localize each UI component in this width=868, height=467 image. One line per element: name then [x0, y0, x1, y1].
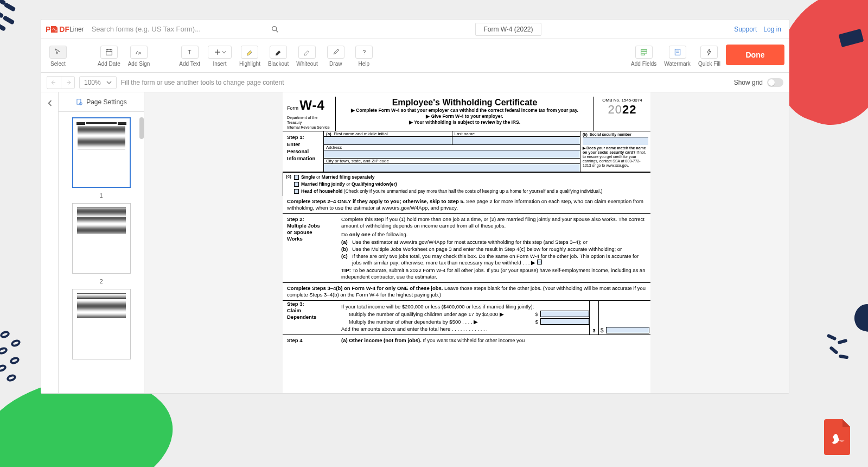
last-name-field[interactable] — [452, 136, 580, 144]
logo: PDFLiner — [46, 25, 87, 34]
bg-deco-navy-r — [852, 302, 868, 333]
chevron-left-icon — [47, 100, 53, 106]
zoom-value: 100% — [84, 79, 101, 86]
first-name-field[interactable] — [324, 136, 452, 144]
thumb-2[interactable] — [72, 203, 131, 274]
zoom-select[interactable]: 100% — [79, 76, 117, 89]
svg-rect-10 — [641, 49, 647, 51]
main-area: Page Settings 1 2 — [41, 92, 789, 393]
svg-rect-16 — [77, 99, 81, 104]
header: PDFLiner Form W-4 (2022) Support Log in — [41, 20, 789, 39]
brush-icon — [331, 48, 340, 56]
plus-icon — [213, 48, 222, 56]
city-field[interactable] — [324, 163, 580, 172]
thumbnails: 1 2 — [59, 112, 144, 393]
doc-title: Form W-4 (2022) — [475, 23, 541, 36]
svg-rect-13 — [675, 49, 680, 55]
pdf-icon — [822, 418, 854, 456]
switch-icon — [767, 78, 783, 87]
add-text-tool[interactable]: TAdd Text — [177, 43, 202, 69]
fields-icon — [640, 48, 648, 56]
svg-line-1 — [276, 30, 278, 32]
secondary-bar: 100% Fill the form or use another tools … — [41, 73, 789, 92]
support-link[interactable]: Support — [734, 26, 757, 33]
thumb-1[interactable] — [72, 117, 131, 188]
add-sign-tool[interactable]: Add Sign — [126, 43, 152, 69]
search-button[interactable] — [267, 25, 283, 34]
svg-rect-2 — [106, 49, 112, 55]
address-field[interactable] — [324, 150, 580, 158]
add-date-tool[interactable]: Add Date — [95, 43, 123, 69]
cursor-icon — [54, 48, 62, 56]
ssn-field[interactable] — [583, 137, 648, 145]
thumb-num-1: 1 — [99, 192, 103, 199]
redo-icon — [63, 78, 72, 87]
checkbox-hoh[interactable] — [294, 189, 299, 194]
page-settings[interactable]: Page Settings — [59, 92, 144, 112]
highlight-icon — [245, 48, 254, 56]
redo-button[interactable] — [61, 76, 75, 89]
toolbar: Select Add Date Add Sign TAdd Text Inser… — [41, 39, 789, 73]
chevron-down-icon — [106, 80, 112, 85]
chevron-down-icon — [222, 50, 226, 54]
page-settings-icon — [75, 98, 83, 106]
watermark-icon — [673, 48, 682, 56]
checkbox-married[interactable] — [294, 182, 299, 187]
svg-text:?: ? — [362, 49, 366, 55]
bg-deco-ovals-bl — [0, 331, 43, 391]
calendar-icon — [105, 48, 113, 56]
svg-rect-11 — [641, 52, 647, 53]
help-tool[interactable]: ?Help — [352, 43, 376, 69]
thumb-num-2: 2 — [99, 278, 103, 285]
login-link[interactable]: Log in — [763, 26, 781, 33]
total-dependents-field[interactable] — [606, 327, 649, 333]
app-window: PDFLiner Form W-4 (2022) Support Log in … — [41, 19, 789, 394]
undo-button[interactable] — [47, 76, 61, 89]
svg-point-0 — [272, 26, 276, 30]
add-fields-tool[interactable]: Add Fields — [629, 43, 659, 69]
whiteout-tool[interactable]: Whiteout — [294, 43, 320, 69]
select-tool[interactable]: Select — [46, 43, 71, 69]
blackout-icon — [274, 48, 283, 56]
bg-deco-strokes-tl — [0, 0, 24, 35]
thumb-3[interactable] — [72, 289, 131, 359]
draw-tool[interactable]: Draw — [323, 43, 348, 69]
highlight-tool[interactable]: Highlight — [237, 43, 263, 69]
sidebar-collapse[interactable] — [41, 92, 59, 393]
checkbox-single[interactable] — [294, 175, 299, 180]
search-input[interactable] — [87, 25, 267, 33]
hint-text: Fill the form or use another tools to ch… — [121, 79, 284, 86]
header-links: Support Log in — [734, 26, 784, 33]
logo-pdf-icon — [50, 26, 59, 33]
watermark-tool[interactable]: Watermark — [662, 43, 693, 69]
grid-toggle[interactable]: Show grid — [734, 78, 783, 87]
insert-tool[interactable]: Insert — [206, 43, 234, 69]
bg-deco-scratch-r — [826, 332, 858, 365]
quick-fill-tool[interactable]: Quick Fill — [696, 43, 723, 69]
dependents-amount-field[interactable] — [540, 318, 589, 325]
sidebar: Page Settings 1 2 — [59, 92, 144, 393]
search-icon — [271, 25, 279, 34]
bolt-icon — [705, 48, 713, 56]
done-button[interactable]: Done — [726, 45, 784, 65]
checkbox-two-jobs[interactable] — [537, 260, 542, 264]
signature-icon — [135, 48, 143, 56]
whiteout-icon — [303, 48, 311, 56]
canvas[interactable]: Form W-4 Department of the TreasuryInter… — [144, 92, 789, 393]
search-wrap — [87, 22, 283, 36]
text-icon: T — [186, 48, 194, 56]
children-amount-field[interactable] — [540, 311, 589, 317]
undo-icon — [50, 78, 59, 87]
help-icon: ? — [360, 48, 368, 56]
svg-rect-12 — [641, 54, 644, 55]
svg-text:T: T — [188, 49, 192, 55]
blackout-tool[interactable]: Blackout — [266, 43, 291, 69]
form-title: Employee's Withholding Certificate — [339, 98, 590, 108]
scrollbar-thumb[interactable] — [139, 117, 144, 139]
grid-label: Show grid — [734, 79, 763, 86]
page-document: Form W-4 Department of the TreasuryInter… — [283, 92, 650, 393]
